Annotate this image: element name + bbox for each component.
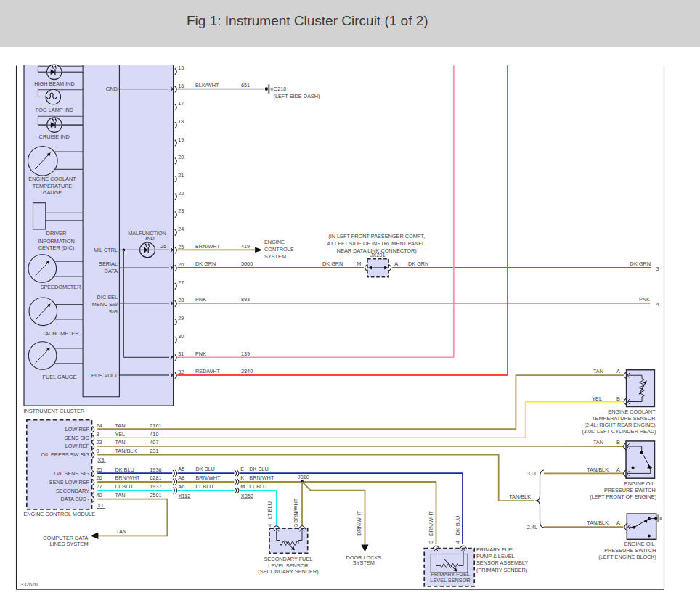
svg-text:SENS LOW REF: SENS LOW REF [49, 479, 90, 485]
svg-text:2501: 2501 [150, 492, 161, 499]
svg-text:TAN: TAN [593, 439, 603, 446]
svg-text:29: 29 [178, 315, 184, 321]
svg-text:(LEFT FRONT OF ENGINE): (LEFT FRONT OF ENGINE) [590, 493, 656, 500]
svg-text:DATA: DATA [105, 268, 118, 274]
svg-text:32: 32 [178, 369, 184, 375]
svg-text:RED/WHT: RED/WHT [195, 368, 221, 374]
svg-text:4: 4 [656, 301, 659, 308]
svg-text:3: 3 [428, 541, 434, 544]
svg-text:LT BLU: LT BLU [266, 501, 273, 519]
svg-text:SIG: SIG [108, 308, 118, 315]
svg-text:407: 407 [150, 439, 158, 446]
svg-text:CONTROLS: CONTROLS [264, 246, 294, 253]
svg-text:OIL PRESS SW SIG: OIL PRESS SW SIG [41, 451, 89, 458]
svg-text:31: 31 [178, 350, 184, 357]
svg-text:DK GRN: DK GRN [195, 261, 216, 267]
svg-text:DATA BUS -: DATA BUS - [61, 496, 90, 502]
svg-text:DK BLU: DK BLU [115, 467, 134, 473]
svg-text:24: 24 [97, 422, 102, 429]
svg-text:20: 20 [178, 154, 184, 160]
svg-text:POS VOLT: POS VOLT [91, 372, 118, 379]
svg-text:30: 30 [178, 333, 184, 340]
svg-text:A: A [616, 520, 620, 526]
svg-text:(LEFT ENGINE BLOCK): (LEFT ENGINE BLOCK) [598, 554, 656, 560]
svg-text:19: 19 [178, 136, 184, 143]
svg-text:SECONDARY: SECONDARY [56, 488, 89, 494]
svg-text:(SECONDARY SENDER): (SECONDARY SENDER) [258, 568, 318, 575]
svg-text:3.0L: 3.0L [527, 470, 537, 477]
svg-text:410: 410 [150, 431, 158, 438]
svg-text:ENGINE CONTROL MODULE: ENGINE CONTROL MODULE [23, 511, 95, 517]
svg-text:TAN: TAN [115, 492, 125, 499]
svg-text:TACHOMETER: TACHOMETER [42, 330, 79, 337]
svg-text:TAN: TAN [116, 528, 126, 535]
svg-text:LINES SYSTEM: LINES SYSTEM [49, 541, 88, 547]
svg-text:B: B [616, 439, 620, 446]
svg-text:25: 25 [97, 467, 102, 473]
svg-text:LVL SENS SIG: LVL SENS SIG [54, 470, 89, 477]
svg-text:BRN/WHT: BRN/WHT [196, 475, 221, 481]
svg-text:K: K [240, 475, 244, 481]
svg-text:BRN/WHT: BRN/WHT [195, 243, 221, 250]
svg-text:SPEEDOMETER: SPEEDOMETER [41, 284, 81, 290]
svg-text:(2.4L: RIGHT REAR ENGINE): (2.4L: RIGHT REAR ENGINE) [585, 422, 656, 428]
svg-text:25: 25 [160, 243, 166, 250]
svg-text:LOW REF: LOW REF [65, 443, 90, 449]
svg-text:GND: GND [106, 86, 118, 92]
svg-text:PRESSURE SWITCH: PRESSURE SWITCH [604, 487, 656, 493]
svg-text:X3: X3 [97, 456, 104, 463]
svg-text:139: 139 [241, 350, 250, 357]
svg-text:4: 4 [266, 524, 273, 527]
svg-text:BRN/WHT: BRN/WHT [249, 475, 274, 481]
svg-text:M: M [357, 261, 361, 267]
svg-text:TAN/BLK: TAN/BLK [115, 448, 137, 454]
svg-text:X350: X350 [241, 493, 253, 499]
svg-text:TAN: TAN [115, 422, 125, 429]
svg-text:16: 16 [178, 83, 184, 89]
svg-text:BRN/WHT: BRN/WHT [293, 498, 299, 523]
svg-text:INSTRUMENT CLUSTER: INSTRUMENT CLUSTER [23, 408, 84, 414]
svg-text:DIC SEL: DIC SEL [97, 294, 118, 300]
svg-text:15: 15 [178, 65, 184, 71]
svg-text:A6: A6 [178, 483, 184, 490]
svg-text:893: 893 [241, 296, 250, 303]
svg-text:LT BLU: LT BLU [249, 483, 266, 490]
svg-text:27: 27 [97, 483, 102, 490]
svg-text:PUMP & LEVEL: PUMP & LEVEL [476, 553, 515, 559]
svg-text:PNK: PNK [639, 296, 650, 303]
svg-text:24: 24 [178, 226, 184, 232]
svg-text:GAUGE: GAUGE [43, 189, 62, 196]
svg-text:A5: A5 [178, 466, 184, 472]
svg-text:SYSTEM: SYSTEM [353, 559, 375, 566]
svg-text:CRUISE IND: CRUISE IND [39, 134, 70, 140]
svg-text:LT BLU: LT BLU [115, 483, 132, 490]
svg-text:BLK/WHT: BLK/WHT [195, 82, 219, 89]
svg-text:SERIAL: SERIAL [99, 261, 118, 267]
svg-text:21: 21 [178, 172, 184, 179]
svg-text:J310: J310 [298, 474, 309, 480]
svg-text:9: 9 [97, 448, 99, 454]
svg-text:DK GRN: DK GRN [630, 261, 651, 267]
svg-text:G210: G210 [274, 86, 287, 92]
svg-text:ENGINE: ENGINE [264, 239, 285, 245]
svg-text:BRN/WHT: BRN/WHT [115, 475, 140, 481]
svg-text:TAN/BLK: TAN/BLK [587, 520, 609, 526]
svg-text:419: 419 [241, 243, 250, 250]
svg-text:23: 23 [97, 439, 102, 446]
svg-text:332620: 332620 [20, 582, 37, 587]
svg-text:(PRIMARY SENDER): (PRIMARY SENDER) [476, 567, 527, 573]
svg-text:FUEL GAUGE: FUEL GAUGE [43, 374, 77, 380]
svg-text:ENGINE OIL: ENGINE OIL [624, 480, 655, 487]
svg-text:LOW REF: LOW REF [65, 426, 90, 432]
svg-text:A: A [616, 368, 620, 374]
svg-text:PNK: PNK [195, 296, 206, 303]
svg-text:3: 3 [293, 524, 299, 527]
svg-text:ENGINE COOLANT: ENGINE COOLANT [608, 409, 656, 415]
svg-text:3: 3 [656, 266, 659, 272]
svg-text:DK GRN: DK GRN [322, 261, 343, 267]
svg-text:SECONDARY FUEL: SECONDARY FUEL [264, 556, 313, 562]
svg-text:26: 26 [178, 261, 184, 268]
svg-text:2.4L: 2.4L [527, 524, 537, 530]
svg-text:TEMPERATURE: TEMPERATURE [33, 183, 73, 189]
svg-text:DK BLU: DK BLU [196, 466, 215, 472]
